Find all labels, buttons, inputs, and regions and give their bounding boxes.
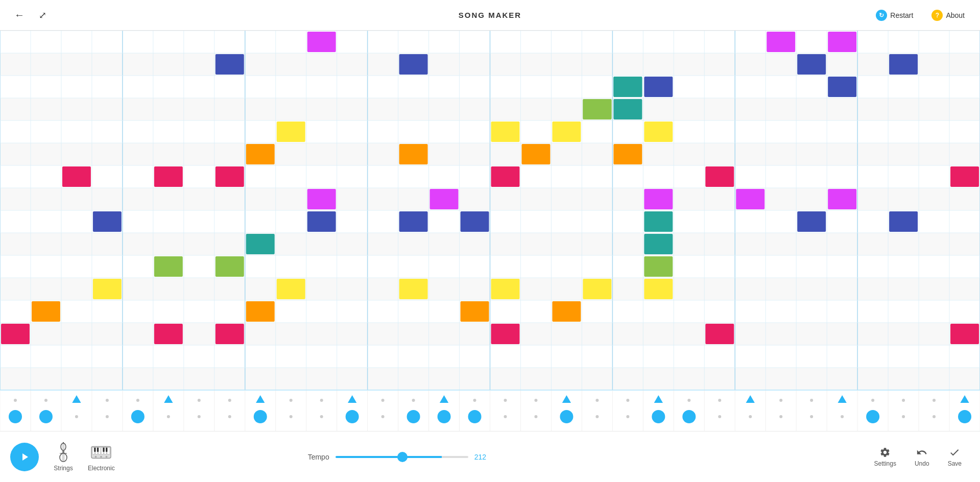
svg-point-168 <box>198 399 201 402</box>
back-button[interactable]: ← <box>10 7 29 23</box>
svg-point-197 <box>106 415 109 418</box>
svg-point-179 <box>534 399 537 402</box>
restart-label: Restart <box>890 11 913 19</box>
svg-rect-76 <box>154 166 183 187</box>
svg-rect-119 <box>491 279 520 299</box>
grid-area[interactable] <box>0 31 980 431</box>
svg-rect-66 <box>307 32 336 52</box>
svg-point-169 <box>228 399 231 402</box>
play-icon <box>18 451 31 463</box>
svg-rect-107 <box>491 166 520 187</box>
svg-point-172 <box>320 399 323 402</box>
bottom-bar: Strings <box>0 431 980 482</box>
electronic-icon <box>91 442 111 463</box>
svg-point-214 <box>626 415 629 418</box>
svg-rect-99 <box>644 77 673 97</box>
about-icon: ? <box>931 10 943 21</box>
tempo-slider[interactable] <box>336 456 468 458</box>
svg-point-205 <box>346 410 359 423</box>
about-button[interactable]: ? About <box>926 7 970 24</box>
svg-rect-98 <box>613 77 642 97</box>
svg-point-191 <box>902 399 905 402</box>
svg-rect-82 <box>399 211 428 232</box>
settings-button[interactable]: Settings <box>866 443 904 471</box>
svg-point-196 <box>75 415 78 418</box>
save-button[interactable]: Save <box>940 443 970 471</box>
svg-rect-105 <box>521 144 550 164</box>
svg-point-203 <box>290 415 293 418</box>
page-title: SONG MAKER <box>459 11 521 19</box>
svg-rect-97 <box>889 54 918 75</box>
svg-rect-83 <box>246 234 275 254</box>
svg-rect-84 <box>154 256 183 277</box>
undo-label: Undo <box>915 460 929 467</box>
svg-rect-67 <box>216 54 244 75</box>
svg-point-171 <box>290 399 293 402</box>
svg-point-228 <box>60 453 67 462</box>
svg-rect-118 <box>644 256 673 277</box>
svg-rect-117 <box>644 234 673 254</box>
svg-point-165 <box>106 399 109 402</box>
svg-point-219 <box>779 415 782 418</box>
svg-point-216 <box>682 410 696 423</box>
undo-button[interactable]: Undo <box>906 443 938 471</box>
svg-point-190 <box>871 399 874 402</box>
settings-label: Settings <box>874 460 896 467</box>
svg-point-249 <box>100 455 102 457</box>
svg-rect-110 <box>644 189 673 209</box>
svg-point-187 <box>779 399 782 402</box>
svg-rect-113 <box>461 211 489 232</box>
svg-point-181 <box>595 399 599 402</box>
svg-rect-72 <box>491 122 520 142</box>
svg-rect-96 <box>797 54 826 75</box>
svg-point-192 <box>933 399 936 402</box>
svg-point-199 <box>167 415 170 418</box>
svg-point-184 <box>687 399 690 402</box>
svg-point-175 <box>412 399 415 402</box>
strings-icon <box>53 442 74 463</box>
header-right: ↻ Restart ? About <box>871 7 970 24</box>
svg-rect-121 <box>644 279 673 299</box>
tempo-value: 212 <box>474 453 492 461</box>
svg-rect-81 <box>307 211 336 232</box>
song-grid[interactable] <box>0 31 980 431</box>
svg-rect-102 <box>613 99 642 119</box>
electronic-button[interactable]: Electronic <box>82 438 121 476</box>
svg-rect-247 <box>106 447 107 452</box>
svg-rect-115 <box>797 211 826 232</box>
svg-rect-103 <box>552 122 581 142</box>
svg-rect-68 <box>399 54 428 75</box>
strings-button[interactable]: Strings <box>47 438 80 476</box>
svg-point-200 <box>198 415 201 418</box>
move-button[interactable]: ⤢ <box>39 10 46 21</box>
instrument-group: Strings <box>47 438 121 476</box>
svg-point-201 <box>228 415 231 418</box>
svg-rect-244 <box>94 447 96 452</box>
svg-point-198 <box>131 410 145 423</box>
svg-rect-93 <box>216 324 244 344</box>
svg-point-213 <box>595 415 599 418</box>
svg-point-222 <box>866 410 879 423</box>
header: ← ⤢ SONG MAKER ↻ Restart ? About <box>0 0 980 31</box>
header-left: ← ⤢ <box>10 7 46 23</box>
play-button[interactable] <box>10 443 39 471</box>
svg-rect-120 <box>583 279 611 299</box>
svg-point-188 <box>810 399 813 402</box>
settings-icon <box>879 447 891 458</box>
svg-point-226 <box>61 443 66 450</box>
svg-point-206 <box>381 415 385 418</box>
tempo-label: Tempo <box>308 453 329 461</box>
svg-rect-85 <box>216 256 244 277</box>
svg-rect-111 <box>736 189 764 209</box>
svg-point-209 <box>468 410 482 423</box>
svg-point-221 <box>841 415 844 418</box>
svg-rect-94 <box>767 32 795 52</box>
restart-button[interactable]: ↻ Restart <box>871 7 918 24</box>
svg-point-218 <box>749 415 752 418</box>
svg-point-162 <box>14 399 17 402</box>
svg-rect-227 <box>63 450 64 453</box>
svg-rect-71 <box>277 122 305 142</box>
svg-rect-88 <box>399 279 428 299</box>
svg-point-178 <box>504 399 507 402</box>
svg-rect-106 <box>613 144 642 164</box>
